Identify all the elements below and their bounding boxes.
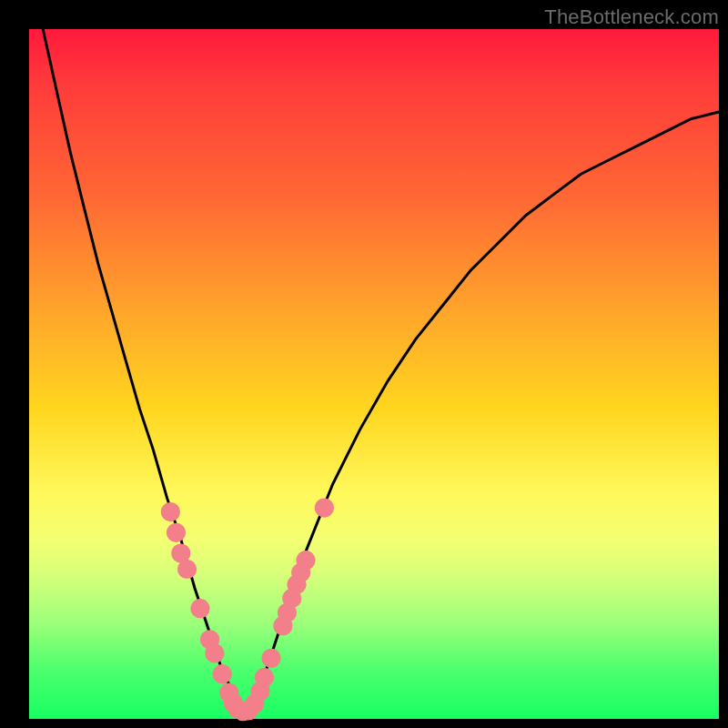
chart-plot-area	[29, 29, 719, 719]
chart-marker	[205, 643, 224, 662]
chart-curve	[29, 0, 719, 712]
chart-marker	[255, 668, 274, 687]
chart-marker	[262, 649, 281, 668]
chart-marker	[161, 502, 180, 521]
chart-svg	[29, 29, 719, 719]
chart-marker	[296, 551, 315, 570]
chart-marker	[167, 523, 186, 542]
chart-marker	[213, 664, 232, 683]
chart-marker	[177, 560, 197, 579]
chart-frame: TheBottleneck.com	[0, 0, 728, 728]
chart-marker	[315, 499, 334, 518]
chart-markers	[161, 499, 334, 722]
watermark-text: TheBottleneck.com	[544, 5, 719, 29]
chart-marker	[190, 599, 209, 618]
